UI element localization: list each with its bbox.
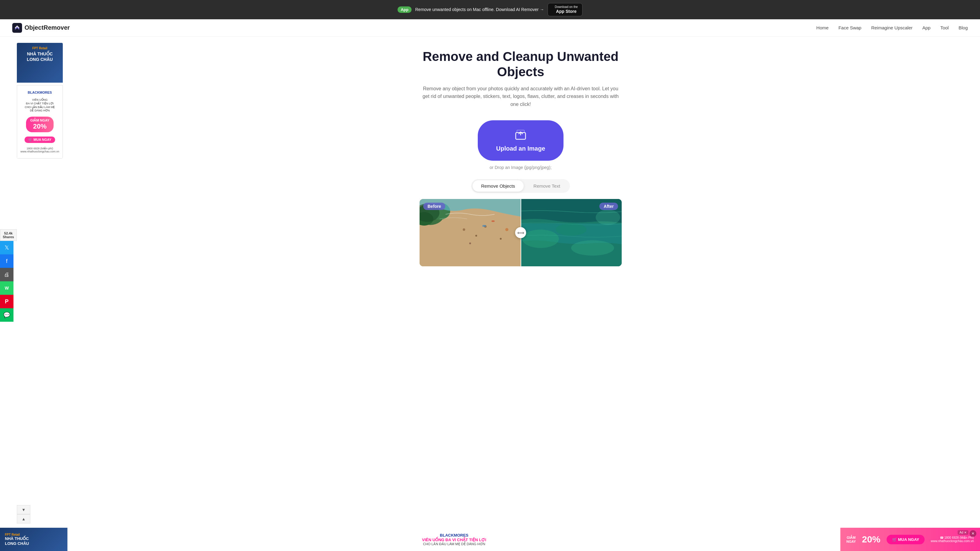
logo[interactable]: ObjectRemover <box>12 23 70 33</box>
upload-label: Upload an Image <box>496 145 545 152</box>
tab-remove-objects[interactable]: Remove Objects <box>473 180 524 192</box>
twitter-icon: 𝕏 <box>5 244 9 251</box>
main-content: Remove and Cleanup Unwanted Objects Remo… <box>352 37 628 282</box>
nav-blog[interactable]: Blog <box>959 25 968 30</box>
left-advertisement: FPT Retail NHÀ THUỐCLONG CHÂU BLACKMORES… <box>17 43 63 159</box>
divider-handle[interactable]: ⟺ <box>515 227 526 238</box>
svg-point-17 <box>556 224 587 236</box>
svg-point-16 <box>571 240 614 256</box>
store-text: Download on the App Store <box>555 5 578 14</box>
svg-point-10 <box>469 243 471 244</box>
svg-point-6 <box>475 235 477 237</box>
svg-point-8 <box>500 238 502 240</box>
nav-face-swap[interactable]: Face Swap <box>838 25 861 30</box>
banner-text: Remove unwanted objects on Mac offline. … <box>415 7 544 12</box>
svg-point-5 <box>463 229 465 231</box>
app-badge: App <box>398 6 411 13</box>
preview-area: Before ⟺ <box>420 199 622 266</box>
logo-text: ObjectRemover <box>24 24 70 31</box>
twitter-share-button[interactable]: 𝕏 <box>0 241 13 254</box>
navigation: ObjectRemover Home Face Swap Reimagine U… <box>0 19 980 37</box>
ad-box-bottom[interactable]: BLACKMORES VIÊN UỐNGĐA VI CHẤT TIỆN LỢIC… <box>17 85 63 159</box>
social-sidebar: 52.4k Shares 𝕏 f 🖨 W P 💬 <box>0 229 17 282</box>
preview-before: Before <box>420 199 520 266</box>
page-title: Remove and Cleanup Unwanted Objects <box>420 49 622 80</box>
nav-tool[interactable]: Tool <box>940 25 949 30</box>
nav-app[interactable]: App <box>923 25 931 30</box>
svg-point-9 <box>505 228 508 231</box>
svg-rect-12 <box>492 221 495 222</box>
before-badge: Before <box>423 203 445 210</box>
page-subtitle: Remove any object from your photos quick… <box>420 85 622 108</box>
upload-icon <box>514 129 527 142</box>
after-badge: After <box>599 203 618 210</box>
preview-after: After <box>520 199 622 266</box>
print-button[interactable]: 🖨 <box>0 268 13 281</box>
nav-home[interactable]: Home <box>816 25 829 30</box>
app-store-button[interactable]: Download on the App Store <box>547 3 582 16</box>
svg-point-15 <box>522 230 559 248</box>
facebook-icon: f <box>6 258 7 265</box>
top-banner: App Remove unwanted objects on Mac offli… <box>0 0 980 19</box>
print-icon: 🖨 <box>4 272 10 278</box>
tabs-container: Remove Objects Remove Text <box>471 179 570 193</box>
ad-box-top[interactable]: FPT Retail NHÀ THUỐCLONG CHÂU <box>17 43 63 83</box>
tab-remove-text[interactable]: Remove Text <box>525 180 569 192</box>
upload-button[interactable]: Upload an Image <box>478 120 563 161</box>
nav-reimagine[interactable]: Reimagine Upscaler <box>871 25 913 30</box>
nav-links: Home Face Swap Reimagine Upscaler App To… <box>816 25 968 30</box>
share-count: 52.4k Shares <box>0 229 17 241</box>
whatsapp-share-button[interactable]: W <box>0 281 13 282</box>
facebook-share-button[interactable]: f <box>0 254 13 268</box>
svg-rect-11 <box>482 225 486 227</box>
logo-icon <box>12 23 22 33</box>
divider-arrows-icon: ⟺ <box>517 230 524 236</box>
drop-hint-text: or Drop an Image (jpg/png/jpeg); <box>444 165 597 170</box>
upload-container: Upload an Image or Drop an Image (jpg/pn… <box>444 120 597 170</box>
svg-point-18 <box>596 210 620 225</box>
